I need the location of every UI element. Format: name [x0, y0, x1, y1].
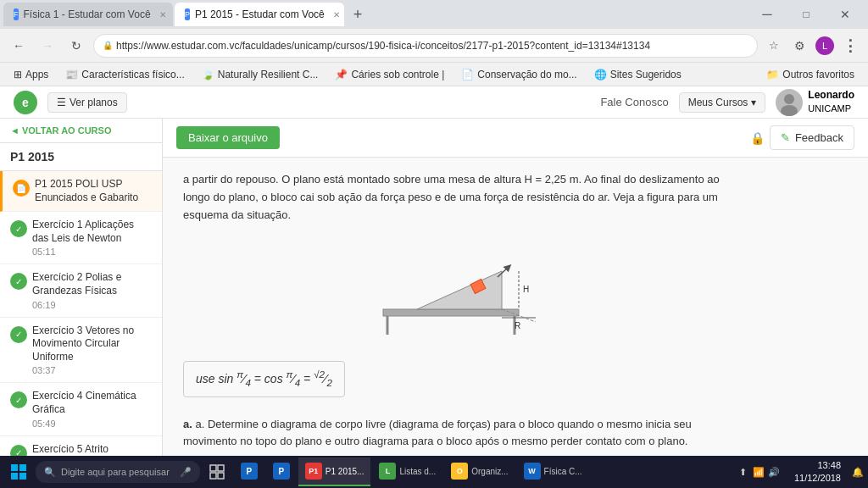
task-view-button[interactable]: [202, 458, 232, 486]
bookmark-naturally[interactable]: 🍃 Naturally Resilient C...: [195, 67, 326, 82]
formula-container: use sin π⁄4 = cos π⁄4 = √2⁄2: [183, 352, 736, 405]
taskbar-app-listas[interactable]: L Listas d...: [372, 458, 442, 486]
url-bar[interactable]: 🔒 https://www.estudar.com.vc/faculdades/…: [93, 34, 758, 58]
fale-conosco-link[interactable]: Fale Conosco: [600, 96, 668, 108]
tab-label-fisica1: Física 1 - Estudar com Você: [24, 8, 151, 20]
sidebar-item-2[interactable]: ✓ Exercício 1 Aplicações das Leis de New…: [0, 212, 162, 264]
physics-diagram: H R: [375, 237, 544, 339]
svg-rect-17: [210, 465, 216, 471]
wifi-icon[interactable]: 📶: [752, 465, 765, 479]
content-toolbar: Baixar o arquivo 🔒 ✎ Feedback: [163, 119, 868, 158]
sidebar-item-1[interactable]: 📄 P1 2015 POLI USP Enunciados e Gabarito: [0, 171, 162, 212]
tab-favicon-p1: P: [185, 8, 190, 20]
sidebar-item-icon-6: ✓: [10, 445, 27, 456]
sidebar-item-6[interactable]: ✓ Exercício 5 Atrito 10:02: [0, 436, 162, 456]
avatar[interactable]: [776, 89, 803, 116]
taskbar-app-poli1[interactable]: P: [234, 458, 264, 486]
poli-icon-1: P: [241, 463, 258, 480]
bookmark-icon-3: 📌: [335, 69, 348, 80]
sidebar-item-text-6: Exercício 5 Atrito 10:02: [32, 443, 152, 456]
sidebar-item-title-3: Exercício 2 Polias e Grandezas Físicas: [32, 271, 152, 297]
taskbar-clock[interactable]: 13:48 11/12/2018: [787, 459, 848, 485]
start-button[interactable]: [3, 458, 34, 486]
user-info: Leonardo UNICAMP: [808, 88, 854, 115]
forward-button[interactable]: →: [36, 34, 59, 58]
lock-content-icon: 🔒: [750, 131, 765, 145]
tab-close-fisica1[interactable]: ✕: [159, 10, 166, 19]
sidebar-item-icon-3: ✓: [10, 273, 27, 290]
site-logo[interactable]: e: [14, 91, 37, 114]
sidebar-item-5[interactable]: ✓ Exercício 4 Cinemática Gráfica 05:49: [0, 383, 162, 435]
avatar-image: [776, 89, 803, 116]
taskbar-app-p1[interactable]: P1 P1 2015...: [298, 458, 371, 486]
bookmark-sites[interactable]: 🌐 Sites Sugeridos: [587, 67, 688, 82]
content-area: ◄ VOLTAR AO CURSO P1 2015 📄 P1 2015 POLI…: [0, 119, 868, 456]
svg-point-0: [784, 94, 794, 104]
svg-text:H: H: [523, 285, 529, 294]
sidebar-item-text-5: Exercício 4 Cinemática Gráfica 05:49: [32, 390, 152, 428]
more-button[interactable]: ⋮: [839, 35, 861, 57]
user-name: Leonardo: [808, 88, 854, 103]
refresh-button[interactable]: ↻: [64, 34, 88, 58]
bookmark-caracteristicas[interactable]: 📰 Características físico...: [58, 67, 191, 82]
sidebar-item-title-6: Exercício 5 Atrito: [32, 443, 152, 456]
lock-icon: 🔒: [103, 41, 113, 50]
sidebar: ◄ VOLTAR AO CURSO P1 2015 📄 P1 2015 POLI…: [0, 119, 163, 456]
back-to-course-link[interactable]: ◄ VOLTAR AO CURSO: [0, 119, 162, 143]
taskbar: 🔍 Digite aqui para pesquisar 🎤 P P P1 P1…: [0, 456, 868, 488]
taskbar-app-fisica-label: Física C...: [544, 467, 582, 476]
taskbar-app-listas-label: Listas d...: [399, 467, 436, 476]
volume-icon[interactable]: 🔊: [767, 465, 781, 479]
bookmark-conservacao[interactable]: 📄 Conservação do mo...: [454, 67, 583, 82]
search-icon: 🔍: [44, 467, 56, 478]
item-a-label: a.: [183, 418, 195, 430]
taskbar-search[interactable]: 🔍 Digite aqui para pesquisar 🎤: [36, 461, 200, 483]
svg-rect-15: [11, 473, 18, 480]
notification-icon[interactable]: 🔔: [851, 465, 865, 479]
back-button[interactable]: ←: [7, 34, 31, 58]
bookmark-label-outros: Outros favoritos: [782, 69, 854, 80]
new-tab-button[interactable]: +: [346, 3, 370, 26]
taskbar-app-fisica[interactable]: W Física C...: [517, 458, 589, 486]
sidebar-item-duration-5: 05:49: [32, 419, 152, 429]
bookmark-icon-1: 📰: [65, 69, 78, 80]
minimize-button[interactable]: ─: [748, 3, 787, 26]
tab-label-p1: P1 2015 - Estudar com Você: [195, 8, 325, 20]
download-button[interactable]: Baixar o arquivo: [176, 126, 280, 149]
sidebar-item-duration-3: 06:19: [32, 300, 152, 310]
formula-box: use sin π⁄4 = cos π⁄4 = √2⁄2: [183, 361, 345, 396]
tab-close-p1[interactable]: ✕: [333, 10, 340, 19]
toolbar-right: 🔒 ✎ Feedback: [750, 125, 854, 150]
svg-rect-20: [218, 473, 224, 479]
meus-cursos-button[interactable]: Meus Cursos ▾: [679, 92, 766, 113]
sidebar-item-text-2: Exercício 1 Aplicações das Leis de Newto…: [32, 219, 152, 257]
sidebar-item-text-4: Exercício 3 Vetores no Movimento Circula…: [32, 324, 152, 376]
bookmark-caries[interactable]: 📌 Cáries sob controle |: [328, 67, 451, 82]
extensions-button[interactable]: ⚙: [788, 35, 810, 57]
main-content: Baixar o arquivo 🔒 ✎ Feedback a partir d…: [163, 119, 868, 456]
site-header-right: Fale Conosco Meus Cursos ▾ Leonardo UNIC…: [600, 88, 854, 115]
ver-planos-button[interactable]: ☰ Ver planos: [47, 92, 127, 113]
taskbar-app-organiz[interactable]: O Organiz...: [444, 458, 515, 486]
tab-p1-2015[interactable]: P P1 2015 - Estudar com Você ✕: [175, 3, 344, 26]
sidebar-item-icon-5: ✓: [10, 391, 27, 408]
taskbar-app-poli2[interactable]: P: [266, 458, 297, 486]
user-profile: Leonardo UNICAMP: [776, 88, 854, 115]
svg-marker-5: [417, 271, 502, 309]
fisica-icon: W: [524, 463, 541, 480]
bookmark-apps-label: Apps: [25, 69, 48, 80]
bookmark-outros[interactable]: 📁 Outros favoritos: [760, 67, 861, 82]
star-button[interactable]: ☆: [763, 35, 785, 57]
feedback-button[interactable]: ✎ Feedback: [770, 125, 854, 150]
sidebar-item-4[interactable]: ✓ Exercício 3 Vetores no Movimento Circu…: [0, 318, 162, 384]
profile-button[interactable]: L: [814, 35, 836, 57]
bookmark-apps[interactable]: ⊞ Apps: [7, 67, 55, 82]
sidebar-item-title-1: P1 2015 POLI USP Enunciados e Gabarito: [35, 178, 152, 204]
close-window-button[interactable]: ✕: [826, 3, 865, 26]
item-a-text: a. Determine o diagrama de corpo livre (…: [183, 418, 692, 448]
tray-icon-1[interactable]: ⬆: [737, 465, 750, 479]
tab-fisica1[interactable]: F Física 1 - Estudar com Você ✕: [3, 3, 173, 26]
site-header-left: e ☰ Ver planos: [14, 91, 590, 114]
maximize-button[interactable]: □: [787, 3, 826, 26]
sidebar-item-3[interactable]: ✓ Exercício 2 Polias e Grandezas Físicas…: [0, 264, 162, 317]
